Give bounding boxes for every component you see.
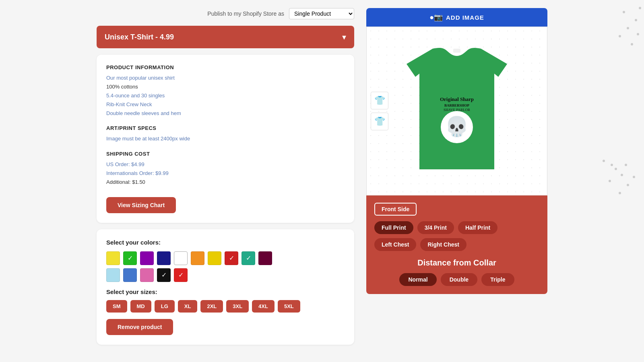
normal-collar-button[interactable]: Normal [399,273,436,286]
artwork-line1: Original Sharp [440,96,474,102]
front-side-tab[interactable]: Front Side [374,203,417,216]
size-3xl[interactable]: 3XL [226,300,249,313]
product-info-line5: Double needle sleeves and hem [106,109,345,118]
svg-point-0 [623,11,625,13]
distance-from-collar-label: Distance from Collar [374,258,539,267]
shipping-intl: Internationals Order: $9.99 [106,169,345,178]
publish-select[interactable]: Single Product Multiple Products [289,8,354,19]
publish-label: Publish to my Shopify Store as [207,10,284,17]
color-swatch-black[interactable]: ✓ [157,268,171,282]
full-print-button[interactable]: Full Print [374,221,413,234]
color-swatch-maroon[interactable] [258,251,272,265]
back-thumbnail[interactable]: 👕 [371,113,388,130]
svg-point-9 [609,180,611,182]
svg-point-3 [639,7,641,9]
color-swatch-teal[interactable]: ✓ [242,251,255,265]
svg-point-8 [615,168,617,170]
color-swatch-lightblue[interactable] [106,268,120,282]
shipping-us: US Order: $4.99 [106,160,345,169]
svg-point-2 [627,27,629,29]
shirt-tag [453,49,460,53]
camera-icon: ●📷 [429,13,443,22]
size-md[interactable]: MD [130,300,151,313]
svg-point-14 [625,164,627,166]
color-swatch-white[interactable] [174,251,188,265]
sizes-label: Select your sizes: [106,288,345,295]
svg-point-10 [621,174,623,176]
svg-point-11 [627,184,629,186]
svg-point-7 [603,160,605,162]
color-swatch-pink[interactable] [140,268,154,282]
color-swatch-yellow[interactable] [106,251,120,265]
color-swatches-row2: ✓ ✓ [106,268,345,282]
publish-row: Publish to my Shopify Store as Single Pr… [97,8,354,19]
right-chest-button[interactable]: Right Chest [420,238,466,251]
skull-icon: 💀 [445,115,469,138]
color-swatch-red2[interactable]: ✓ [174,268,188,282]
size-2xl[interactable]: 2XL [200,300,223,313]
chevron-down-icon: ▾ [342,32,346,42]
size-buttons: SM MD LG XL 2XL 3XL 4XL 5XL [106,300,345,313]
view-sizing-chart-button[interactable]: View Sizing Chart [106,197,176,213]
svg-point-6 [637,33,639,35]
color-swatch-red[interactable]: ✓ [225,251,238,265]
size-sm[interactable]: SM [106,300,127,313]
product-info-heading: PRODUCT INFORMATION [106,64,345,70]
tshirt-svg: Original Sharp BARBERSHOP SHAVE PARLOR 💀 [398,45,515,177]
product-info-line1: Our most popular unisex shirt [106,74,345,82]
color-swatches-row1: ✓ ✓ ✓ [106,251,345,265]
artwork-line2: BARBERSHOP [444,103,470,107]
double-collar-button[interactable]: Double [441,273,477,286]
size-xl[interactable]: XL [178,300,198,313]
art-print-specs-section: ART/PRINT SPECS Image must be at least 2… [106,125,345,143]
shipping-cost-section: SHIPPING COST US Order: $4.99 Internatio… [106,151,345,187]
color-swatch-navy[interactable] [157,251,171,265]
svg-point-4 [619,35,621,37]
left-panel: Publish to my Shopify Store as Single Pr… [97,8,354,345]
side-thumbnails: 👕 👕 [371,92,388,130]
svg-point-1 [635,19,637,21]
canvas-area: 👕 👕 Original Sharp BARBERSHOP SHAVE PARL… [366,27,547,195]
product-accordion-title: Unisex T-Shirt - 4.99 [105,33,174,41]
add-image-label: ADD IMAGE [446,14,484,21]
color-swatch-purple[interactable] [140,251,154,265]
three-quarter-print-button[interactable]: 3/4 Print [417,221,454,234]
back-shirt-icon: 👕 [374,116,385,127]
color-swatch-orange[interactable] [191,251,204,265]
front-shirt-icon: 👕 [374,95,385,106]
size-lg[interactable]: LG [155,300,175,313]
color-swatch-blue[interactable] [123,268,137,282]
shipping-additional: Additional: $1.50 [106,178,345,187]
add-image-bar[interactable]: ●📷 ADD IMAGE [366,8,547,27]
bottom-controls: Front Side Full Print 3/4 Print Half Pri… [366,195,547,294]
left-chest-button[interactable]: Left Chest [374,238,416,251]
product-information-section: PRODUCT INFORMATION Our most popular uni… [106,64,345,118]
color-swatch-green[interactable]: ✓ [123,251,137,265]
size-5xl[interactable]: 5XL [278,300,300,313]
svg-point-13 [611,164,613,166]
collar-options: Normal Double Triple [374,273,539,286]
remove-product-button[interactable]: Remove product [106,319,173,335]
print-options: Full Print 3/4 Print Half Print Left Che… [374,221,539,251]
svg-point-12 [619,192,621,194]
art-specs-line1: Image must be at least 2400px wide [106,134,345,143]
product-info-card: PRODUCT INFORMATION Our most popular uni… [97,55,354,223]
triple-collar-button[interactable]: Triple [481,273,514,286]
right-panel: ●📷 ADD IMAGE 👕 👕 [366,8,547,345]
art-specs-heading: ART/PRINT SPECS [106,125,345,131]
half-print-button[interactable]: Half Print [458,221,497,234]
svg-point-15 [633,176,635,178]
colors-label: Select your colors: [106,239,345,246]
colors-sizes-card: Select your colors: ✓ ✓ ✓ ✓ ✓ [97,229,354,345]
tshirt-preview: Original Sharp BARBERSHOP SHAVE PARLOR 💀 [398,45,515,177]
product-accordion[interactable]: Unisex T-Shirt - 4.99 ▾ [97,26,354,48]
product-info-line2: 100% cottons [106,82,345,91]
color-swatch-yellow2[interactable] [208,251,221,265]
product-info-line3: 5.4-ounce and 30 singles [106,91,345,100]
svg-point-5 [631,43,633,45]
product-info-line4: Rib-Knit Crew Neck [106,100,345,109]
shipping-heading: SHIPPING COST [106,151,345,157]
front-thumbnail[interactable]: 👕 [371,92,388,109]
size-4xl[interactable]: 4XL [252,300,275,313]
